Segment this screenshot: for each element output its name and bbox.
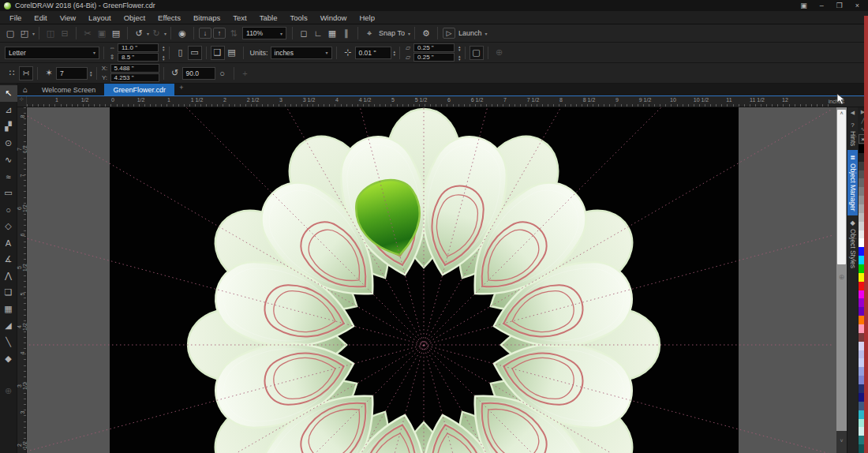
docker-collapse-icon[interactable]: ◀ xyxy=(851,107,855,118)
drop-shadow-tool[interactable]: ❏ xyxy=(0,284,17,301)
spinner-icon[interactable]: ▴▾ xyxy=(90,70,92,77)
spinner-icon[interactable]: ▴▾ xyxy=(163,45,165,51)
rectangle-tool[interactable]: ▭ xyxy=(0,185,17,201)
account-icon[interactable]: ▣ xyxy=(800,2,807,9)
connector-tool[interactable]: ⋀ xyxy=(0,268,17,284)
document-tab-greenflower-cdr[interactable]: GreenFlower.cdr xyxy=(104,84,174,95)
menu-window[interactable]: Window xyxy=(314,13,354,22)
treat-as-filled-button[interactable]: ▢ xyxy=(470,46,484,60)
menu-text[interactable]: Text xyxy=(226,13,253,22)
search-content-icon[interactable]: ◉ xyxy=(175,26,189,40)
show-guidelines-icon[interactable]: ∥ xyxy=(339,26,354,40)
redo-icon: ↻ xyxy=(149,26,163,40)
open-document-icon[interactable]: ◰ xyxy=(17,26,32,40)
chevron-down-icon[interactable]: ▾ xyxy=(32,31,35,36)
duplicate-x-field[interactable]: 0.25 " xyxy=(413,43,455,52)
full-screen-preview-icon[interactable]: ◻ xyxy=(297,26,311,40)
page-width-field[interactable]: 11.0 " xyxy=(118,43,159,52)
export-icon[interactable]: ↑ xyxy=(213,28,226,39)
show-grid-icon[interactable]: ▦ xyxy=(325,26,339,40)
snap-off-icon[interactable]: ⌖ xyxy=(362,26,376,40)
shape-tool[interactable]: ⊿ xyxy=(0,102,17,118)
rotation-angle-field[interactable]: 90.0 xyxy=(182,67,215,80)
fill-tool[interactable]: ◆ xyxy=(0,350,17,367)
crop-tool[interactable]: ▞ xyxy=(0,118,17,135)
launch-button[interactable]: Launch xyxy=(458,29,482,37)
menu-layout[interactable]: Layout xyxy=(82,13,118,22)
pick-tool[interactable]: ↖ xyxy=(0,85,17,102)
scroll-down-button[interactable]: ˅ xyxy=(836,431,847,453)
duplicate-y-field[interactable]: 0.25 " xyxy=(413,53,455,62)
scrollbar-thumb[interactable]: ˄ xyxy=(837,110,846,264)
angle-dial-icon[interactable]: ○ xyxy=(215,66,230,80)
y-position-field[interactable]: 4.253 " xyxy=(110,73,159,82)
menu-bitmaps[interactable]: Bitmaps xyxy=(187,13,226,22)
import-icon[interactable]: ↓ xyxy=(199,28,211,39)
menu-object[interactable]: Object xyxy=(118,13,152,22)
toolbar-separator xyxy=(170,27,171,39)
x-position-field[interactable]: 5.488 " xyxy=(110,64,159,73)
points-count-field[interactable]: 7 xyxy=(56,67,88,80)
menu-edit[interactable]: Edit xyxy=(28,13,53,22)
flower-artwork[interactable] xyxy=(27,107,832,453)
close-button[interactable]: × xyxy=(855,2,859,9)
menu-help[interactable]: Help xyxy=(353,13,381,22)
units-dropdown[interactable]: inches ▾ xyxy=(271,47,332,59)
spinner-icon[interactable]: ▴▾ xyxy=(163,54,165,61)
eyedropper-tool[interactable]: ◢ xyxy=(0,317,17,334)
restore-button[interactable]: ❐ xyxy=(836,2,843,9)
show-rulers-icon[interactable]: ∟ xyxy=(311,26,325,40)
outline-pen-tool[interactable]: ╲ xyxy=(0,334,17,350)
artistic-media-tool[interactable]: ≈ xyxy=(0,168,17,185)
freehand-tool[interactable]: ∿ xyxy=(0,152,17,168)
minimize-button[interactable]: – xyxy=(820,2,824,9)
menu-file[interactable]: File xyxy=(3,13,28,22)
menu-effects[interactable]: Effects xyxy=(152,13,187,22)
scroll-up-icon[interactable]: ˄ xyxy=(840,110,843,116)
vertical-scrollbar[interactable]: ˄ ⊕ ˅ xyxy=(836,107,847,453)
navigator-icon[interactable]: ⊕ xyxy=(836,273,847,281)
docker-tab-object-manager[interactable]: ≣Object Manager xyxy=(847,150,859,215)
ruler-tick-label: 2 1/2 xyxy=(17,440,28,450)
docker-tab-hints[interactable]: ?Hints xyxy=(847,118,859,150)
menu-view[interactable]: View xyxy=(54,13,82,22)
paste-icon[interactable]: ▤ xyxy=(109,26,123,40)
horizontal-ruler[interactable]: ⊹ 11/201/211 1/222 1/233 1/244 1/255 1/2… xyxy=(17,96,868,107)
spinner-icon[interactable]: ▴▾ xyxy=(458,54,461,61)
ruler-tick-label: 5 1/2 xyxy=(17,263,28,272)
pattern-b-button[interactable]: ∺ xyxy=(19,66,33,80)
polygon-tool[interactable]: ◇ xyxy=(0,218,17,234)
ruler-origin-icon[interactable]: ⊹ xyxy=(17,96,27,107)
undo-icon[interactable]: ↺ xyxy=(132,26,146,40)
options-gear-icon[interactable]: ⚙ xyxy=(419,26,433,40)
drawing-canvas[interactable] xyxy=(27,107,836,453)
ellipse-tool[interactable]: ○ xyxy=(0,201,17,218)
portrait-orientation-button[interactable]: ▯ xyxy=(174,46,188,60)
ruler-tick-label: 5 xyxy=(391,97,395,103)
chevron-down-icon[interactable]: ▾ xyxy=(408,31,410,36)
snap-to-button[interactable]: Snap To xyxy=(379,29,405,37)
new-document-icon[interactable]: ▢ xyxy=(3,26,17,40)
menu-table[interactable]: Table xyxy=(253,13,284,22)
menu-tools[interactable]: Tools xyxy=(283,13,313,22)
chevron-down-icon[interactable]: ▾ xyxy=(485,31,487,36)
landscape-orientation-button[interactable]: ▭ xyxy=(188,46,202,60)
docker-tab-object-styles[interactable]: ◆Object Styles xyxy=(847,215,859,272)
spinner-icon[interactable]: ▴▾ xyxy=(458,45,461,51)
spinner-icon[interactable]: ▴▾ xyxy=(394,50,396,56)
new-tab-button[interactable]: + xyxy=(174,84,189,95)
all-pages-button[interactable]: ❑ xyxy=(211,46,225,60)
zoom-tool[interactable]: ⊙ xyxy=(0,135,17,152)
nudge-distance-field[interactable]: 0.01 " xyxy=(355,47,391,59)
document-tab-welcome-screen[interactable]: Welcome Screen xyxy=(33,84,104,95)
zoom-level-dropdown[interactable]: 110% ▾ xyxy=(242,27,286,39)
text-tool[interactable]: A xyxy=(0,234,17,251)
mesh-fill-tool[interactable]: ▦ xyxy=(0,301,17,317)
pattern-a-button[interactable]: ∷ xyxy=(5,66,19,80)
page-height-field[interactable]: 8.5 " xyxy=(118,53,159,62)
page-size-preset-dropdown[interactable]: Letter ▾ xyxy=(5,47,99,59)
home-icon[interactable]: ⌂ xyxy=(17,84,33,95)
current-page-button[interactable]: ▤ xyxy=(225,46,239,60)
dimension-tool[interactable]: ∡ xyxy=(0,251,17,268)
vertical-ruler[interactable]: 87 1/276 1/265 1/254 1/243 1/232 1/2 xyxy=(17,107,27,453)
